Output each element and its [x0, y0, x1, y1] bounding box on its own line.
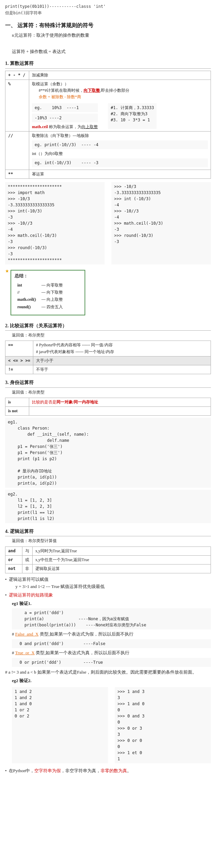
- floordiv-ex1: eg. print(-10//3) ---- -4: [32, 140, 208, 149]
- code-right: >>> -10/3 -3.3333333333333335 >>> int (-…: [111, 182, 211, 264]
- compare-row-neq: != 不等于: [5, 365, 211, 374]
- eg1-title: eg1 验证1.: [12, 600, 211, 607]
- not-desc: 逻辑取反运算: [33, 565, 211, 573]
- summary-op2: //: [15, 289, 39, 296]
- true-suffix: 类型,如果第一个表达式为真，所以以后面不执行: [35, 650, 130, 655]
- top-code-line2: 但是bin()回字符串: [5, 10, 211, 16]
- mod-examples: eg. 10%3 ----1 -10%3 ----2 math.ceil 称为取…: [32, 102, 208, 130]
- eq-desc: # Pythonz中代表内容相等 ------ 同一值/内容 # java中代表…: [33, 341, 211, 356]
- section4-title: 逻辑运算符: [10, 529, 34, 534]
- code-left: ********************** >>> import math >…: [5, 182, 105, 264]
- mod-ex-right: #1. 计算商，3.33333 #2. 商向下取整为3 #3. 10 - 3*3…: [108, 103, 157, 129]
- op-not: not: [5, 565, 22, 573]
- identity-table: is 比较的是否是同一对象/同一内存地址 is not: [5, 398, 211, 416]
- mod-detail1-text: #**#计算机在取商时候，: [39, 88, 84, 93]
- logic-row-or: or 或 x,y中任意一个为True,返回True: [5, 555, 211, 564]
- logic-return: 返回值：布尔类型计算值: [12, 538, 211, 544]
- section4-header: 4. 逻辑运算符: [5, 528, 211, 536]
- star-icon: ★: [5, 268, 9, 275]
- bullet3-nonzero: 非零的数为真: [101, 768, 127, 773]
- bullet3-wrapper: • 在Python中，空字符串为假，非空字符串为真，非零的数为真。: [5, 767, 211, 775]
- summary-wrapper: ★ 总结： int --- 向零取整 // --- 向下取整 math.ceil…: [5, 268, 211, 317]
- bullet1-detail: y = 3>1 and 1<2 --- True 赋值运算符优先级最低: [16, 583, 105, 590]
- bullet2-content: 逻辑运算符的短路现象: [9, 592, 53, 599]
- section2-number: 2.: [5, 323, 10, 328]
- eg2-code-right: >>> 1 and 3 3 >>> 1 and 0 0 >>> 0 and 3 …: [115, 687, 211, 763]
- table-row: + - * / 加减乘除: [5, 71, 211, 80]
- eg1-logic-code: a = print('ddd') print(a) ----None，因为a没有…: [12, 608, 211, 629]
- false-highlight: False_and_X: [15, 631, 39, 637]
- true-prefix: #: [12, 650, 15, 655]
- op-cell: + - * /: [5, 71, 29, 80]
- mathceil-label: math.ceil: [32, 124, 48, 129]
- summary-op3: math.ceil(): [15, 296, 39, 303]
- neq-desc: 不等于: [33, 365, 211, 374]
- bullet1-dot: •: [5, 576, 7, 583]
- mod-highlight: 向下取整: [84, 88, 100, 93]
- op-neq: !=: [5, 365, 33, 374]
- section3-number: 3.: [5, 380, 10, 385]
- eq-desc2: # java中代表对象相等 ------ 同一个地址/内存: [36, 349, 208, 355]
- logic-row-and: and 与 x,y同时为True,返回True: [5, 546, 211, 555]
- op-floordiv: //: [5, 131, 29, 170]
- floordiv-ex2: int（）为向0取整: [32, 151, 208, 157]
- summary-table: int --- 向零取整 // --- 向下取整 math.ceil() ---…: [15, 282, 66, 311]
- table-row-floordiv: // 取整除法（向下取整）---地板除 eg. print(-10//3) --…: [5, 131, 211, 170]
- bullet3-end: 。: [127, 768, 131, 773]
- is-desc-highlight: 同一对象/同一内存地址: [56, 400, 98, 404]
- floordiv-title: 取整除法（向下取整）---地板除: [32, 133, 208, 139]
- is-desc-prefix: 比较的是否是: [32, 400, 56, 404]
- summary-title: 总结：: [15, 273, 81, 280]
- summary-desc4: --- 四舍五入: [39, 303, 66, 311]
- bullet2-wrapper: • 逻辑运算符的短路现象: [5, 592, 211, 599]
- cn-not: 非: [22, 565, 33, 573]
- bullet3-content: 在Python中，空字符串为假，非空字符串为真，非零的数为真。: [9, 767, 132, 775]
- mod-desc-cell: 取模运算（余数）） #**#计算机在取商时候，向下取整,即去掉小数部分 余数 =…: [29, 80, 211, 131]
- mod-ex1: eg. 10%3 ----1: [32, 103, 98, 112]
- section2-title: 比较运算符（关系运算符）: [10, 323, 67, 328]
- compare-row-ltgt: < <= > >= 大于/小于: [5, 356, 211, 365]
- eg2-two-col: 1 and 2 1 and 2 1 and 0 1 or 2 0 or 2 >>…: [12, 686, 211, 765]
- op-isnot: is not: [5, 406, 29, 415]
- op-or: or: [5, 555, 22, 564]
- top-code-block: print(type(0b101))-----------classs 'int…: [5, 3, 211, 16]
- section1-title: 算数运算符: [10, 61, 34, 66]
- y-expr: y = 3>1 and 1<2 --- True: [16, 584, 61, 589]
- compare-return: 返回值：布尔类型: [12, 332, 211, 338]
- identity-row-is: is 比较的是否是同一对象/同一内存地址: [5, 398, 211, 406]
- summary-op4: round(): [15, 303, 39, 311]
- mod-detail1-rest: ,即去掉小数部分: [100, 88, 129, 93]
- bullet3-dot: •: [5, 767, 7, 775]
- op-ltgt: < <= > >=: [5, 356, 33, 365]
- is-desc: 比较的是否是同一对象/同一内存地址: [29, 398, 211, 406]
- mod-detail2: 余数 = 被除数 - 除数*商: [39, 94, 208, 100]
- section1-number: 1.: [5, 61, 10, 66]
- mod-formula: 余数 = 被除数 - 除数*商: [39, 94, 81, 99]
- false-code: 0 and print('ddd') ----False: [12, 639, 211, 648]
- logic-eg2: eg2 验证2. 1 and 2 1 and 2 1 and 0 1 or 2 …: [12, 677, 211, 765]
- floordiv-ex3: eg. int(-10//3) ---- -3: [32, 158, 208, 167]
- true-code: 0 or print('ddd') ----True: [12, 658, 211, 667]
- and-desc: x,y同时为True,返回True: [33, 546, 211, 555]
- summary-row: int --- 向零取整: [15, 282, 66, 289]
- y-note: 赋值运算符优先级最低: [60, 584, 105, 589]
- bullet1-wrapper: • 逻辑运算符可以赋值 y = 3>1 and 1<2 --- True 赋值运…: [5, 576, 211, 590]
- section3-header: 3. 身份运算符: [5, 379, 211, 387]
- isnot-desc: [29, 406, 211, 415]
- summary-op1: int: [15, 282, 39, 289]
- mod-title: 取模运算（余数））: [32, 81, 208, 87]
- mathceil-note: math.ceil 称为取余运算，为向上取整: [32, 124, 98, 130]
- logic-bullets: • 逻辑运算符可以赋值 y = 3>1 and 1<2 --- True 赋值运…: [5, 576, 211, 598]
- power-desc-cell: 幂运算: [29, 170, 211, 179]
- main-title: 一、 运算符：有特殊计算规则的符号: [5, 21, 211, 30]
- bullet3-prefix: 在Python中，: [9, 768, 35, 773]
- section2-header: 2. 比较运算符（关系运算符）: [5, 322, 211, 331]
- eg2-code-left: 1 and 2 1 and 2 1 and 0 1 or 2 0 or 2: [12, 687, 108, 763]
- eg1-code: eg1. class Person: def __init__(self, na…: [5, 418, 211, 488]
- bullet2-dot: •: [5, 592, 7, 599]
- floordiv-desc-cell: 取整除法（向下取整）---地板除 eg. print(-10//3) ---- …: [29, 131, 211, 170]
- short-note: # a != 3 and a < b 如果第一个表达式是False，则后面的比较…: [5, 669, 211, 676]
- summary-desc1: --- 向零取整: [39, 282, 66, 289]
- false-prefix: #: [12, 631, 15, 637]
- mod-detail1: #**#计算机在取商时候，向下取整,即去掉小数部分: [39, 87, 208, 94]
